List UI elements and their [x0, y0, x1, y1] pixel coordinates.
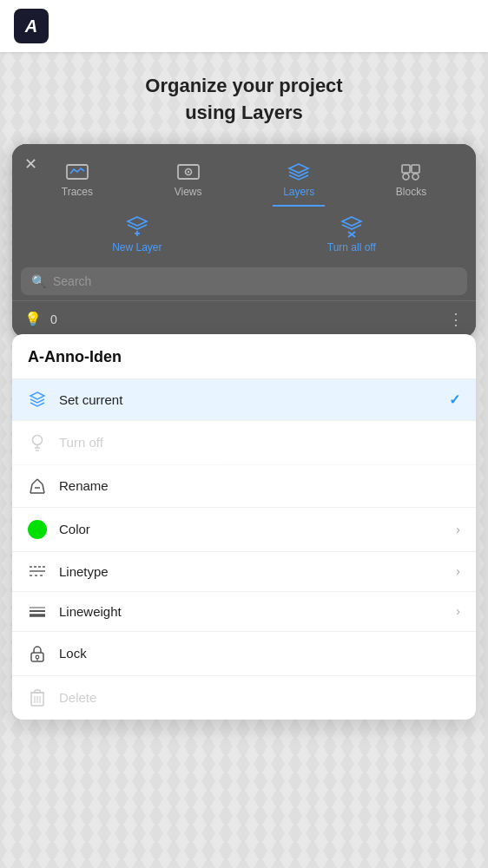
svg-point-8 [412, 174, 419, 180]
page-title-area: Organize your projectusing Layers [0, 52, 488, 144]
context-title: A-Anno-Iden [28, 348, 460, 366]
tab-traces[interactable]: Traces [51, 156, 103, 207]
layer-row: 💡 0 ⋮ [12, 300, 476, 338]
menu-item-color[interactable]: Color › [12, 508, 476, 552]
svg-marker-9 [128, 217, 147, 226]
search-input[interactable] [53, 274, 457, 288]
turn-all-off-button[interactable]: Turn all off [327, 215, 376, 253]
set-current-label: Set current [59, 392, 437, 407]
svg-marker-4 [289, 164, 308, 173]
color-dot [28, 520, 47, 539]
delete-icon [28, 688, 47, 707]
blocks-icon [399, 161, 423, 182]
top-bar: A [0, 0, 488, 52]
views-icon [176, 161, 201, 182]
svg-rect-5 [402, 165, 410, 173]
svg-line-21 [37, 479, 43, 484]
new-layer-icon [124, 215, 150, 238]
svg-line-22 [30, 484, 32, 493]
svg-marker-12 [342, 217, 361, 226]
layer-menu-button[interactable]: ⋮ [448, 310, 464, 329]
app-logo: A [14, 9, 49, 43]
traces-icon [65, 161, 89, 182]
menu-item-lineweight[interactable]: Lineweight › [12, 592, 476, 632]
menu-item-rename[interactable]: Rename [12, 465, 476, 508]
rename-label: Rename [59, 478, 460, 493]
svg-point-35 [36, 655, 39, 659]
turn-off-icon [28, 433, 47, 452]
set-current-checkmark: ✓ [449, 391, 460, 408]
menu-item-lock[interactable]: Lock [12, 632, 476, 676]
tab-views-label: Views [175, 186, 202, 198]
context-header: A-Anno-Iden [12, 334, 476, 379]
linetype-label: Linetype [59, 564, 444, 579]
tab-views[interactable]: Views [164, 156, 213, 207]
turn-all-off-label: Turn all off [327, 241, 376, 253]
menu-item-linetype[interactable]: Linetype › [12, 552, 476, 592]
svg-line-23 [43, 484, 44, 493]
close-button[interactable]: ✕ [24, 155, 37, 174]
svg-line-20 [32, 479, 37, 484]
turn-off-label: Turn off [59, 435, 460, 450]
layer-number: 0 [50, 312, 439, 326]
svg-point-3 [187, 170, 188, 172]
new-layer-button[interactable]: New Layer [112, 215, 162, 253]
svg-point-7 [403, 174, 409, 180]
tabs-row: Traces Views Layers [12, 144, 476, 207]
linetype-icon [28, 564, 47, 578]
lineweight-chevron-icon: › [456, 604, 460, 618]
svg-point-16 [33, 435, 43, 444]
page-title: Organize your projectusing Layers [17, 73, 471, 127]
tab-blocks-label: Blocks [396, 186, 426, 198]
search-bar: 🔍 [21, 267, 467, 295]
menu-item-turn-off[interactable]: Turn off [12, 421, 476, 465]
lock-label: Lock [59, 646, 460, 661]
menu-item-delete[interactable]: Delete [12, 676, 476, 720]
tab-layers-label: Layers [283, 186, 314, 198]
actions-row: New Layer Turn all off [12, 207, 476, 262]
color-label: Color [59, 522, 444, 536]
main-card: ✕ Traces Views [12, 144, 476, 338]
turn-all-off-icon [339, 215, 365, 238]
search-icon: 🔍 [31, 274, 46, 288]
lock-icon [28, 644, 47, 663]
set-current-icon [28, 391, 47, 407]
delete-label: Delete [59, 690, 460, 705]
rename-icon [28, 477, 47, 495]
lineweight-icon [28, 604, 47, 618]
context-menu: A-Anno-Iden Set current ✓ Turn off [12, 334, 476, 720]
new-layer-label: New Layer [112, 241, 162, 253]
menu-item-set-current[interactable]: Set current ✓ [12, 379, 476, 421]
layers-icon [287, 161, 311, 182]
tab-traces-label: Traces [62, 186, 93, 198]
lineweight-label: Lineweight [59, 604, 444, 619]
tab-blocks[interactable]: Blocks [386, 156, 437, 207]
svg-rect-6 [412, 165, 419, 173]
color-chevron-icon: › [456, 523, 460, 536]
layer-bulb-icon: 💡 [24, 311, 42, 327]
tab-layers[interactable]: Layers [273, 156, 325, 207]
svg-marker-15 [30, 392, 44, 399]
linetype-chevron-icon: › [456, 564, 460, 578]
